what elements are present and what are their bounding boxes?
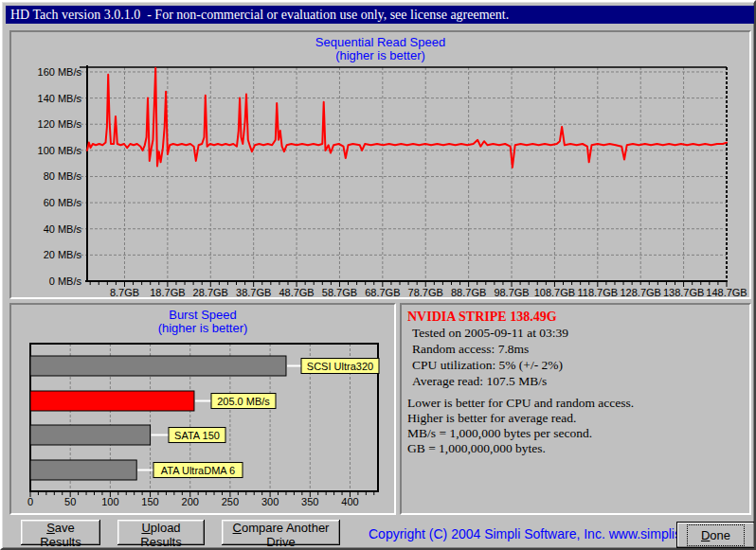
svg-text:120 MB/s: 120 MB/s [38, 118, 82, 130]
svg-text:ATA UltraDMA 6: ATA UltraDMA 6 [161, 465, 235, 476]
burst-bar [30, 391, 194, 411]
svg-text:20 MB/s: 20 MB/s [44, 249, 82, 260]
note-line: Lower is better for CPU and random acces… [407, 396, 749, 411]
svg-text:250: 250 [222, 496, 239, 507]
svg-text:350: 350 [301, 496, 318, 507]
burst-speed-panel: Burst Speed (higher is better) 050100150… [9, 303, 396, 515]
svg-text:28.7GB: 28.7GB [193, 287, 228, 297]
svg-text:50: 50 [64, 496, 76, 507]
svg-text:0: 0 [27, 496, 33, 507]
svg-text:SCSI Ultra320: SCSI Ultra320 [307, 361, 373, 372]
sequential-read-panel: Sequential Read Speed (higher is better)… [9, 30, 751, 299]
compare-another-drive-button[interactable]: Compare Another Drive [222, 520, 340, 545]
average-read-line: Average read: 107.5 MB/s [412, 373, 749, 389]
svg-text:148.7GB: 148.7GB [706, 287, 747, 297]
hdtach-window: HD Tach version 3.0.1.0 - For non-commer… [0, 0, 756, 550]
svg-text:300: 300 [261, 496, 279, 507]
read-chart-title: Sequential Read Speed [11, 36, 749, 49]
read-speed-line [87, 68, 727, 168]
svg-text:400: 400 [341, 496, 358, 507]
random-access-line: Random access: 7.8ms [412, 341, 749, 357]
svg-text:88.7GB: 88.7GB [451, 287, 486, 297]
notes-block: Lower is better for CPU and random acces… [407, 396, 749, 456]
burst-bar [30, 425, 151, 445]
tested-on-line: Tested on 2005-09-11 at 03:39 [412, 325, 749, 341]
svg-text:58.7GB: 58.7GB [322, 287, 357, 297]
burst-chart-title: Burst Speed [11, 309, 394, 322]
read-chart-subtitle: (higher is better) [11, 49, 749, 62]
svg-text:150: 150 [141, 496, 158, 507]
title-bar: HD Tach version 3.0.1.0 - For non-commer… [6, 6, 754, 24]
burst-bar [30, 460, 136, 480]
svg-text:100: 100 [101, 496, 118, 507]
svg-text:205.0 MB/s: 205.0 MB/s [217, 396, 270, 407]
upload-results-button[interactable]: Upload Results [117, 520, 205, 545]
svg-text:128.7GB: 128.7GB [621, 287, 661, 297]
svg-text:80 MB/s: 80 MB/s [44, 170, 82, 182]
done-button-label: Done [688, 525, 744, 545]
burst-chart-subtitle: (higher is better) [11, 322, 394, 335]
svg-text:0 MB/s: 0 MB/s [49, 275, 82, 287]
done-button[interactable]: Done [676, 522, 755, 548]
burst-speed-chart: 050100150200250300350400SCSI Ultra320205… [11, 339, 394, 513]
svg-text:138.7GB: 138.7GB [663, 287, 704, 297]
svg-text:SATA 150: SATA 150 [174, 430, 220, 441]
svg-text:200: 200 [182, 496, 199, 507]
svg-text:160 MB/s: 160 MB/s [38, 66, 82, 78]
svg-text:140 MB/s: 140 MB/s [38, 93, 82, 104]
cpu-utilization-line: CPU utilization: 5% (+/- 2%) [412, 357, 749, 373]
svg-text:38.7GB: 38.7GB [236, 287, 271, 297]
svg-text:18.7GB: 18.7GB [150, 287, 185, 297]
svg-text:98.7GB: 98.7GB [494, 287, 529, 297]
window-title: HD Tach version 3.0.1.0 - For non-commer… [6, 8, 509, 22]
note-line: MB/s = 1,000,000 bytes per second. [407, 426, 749, 441]
svg-text:68.7GB: 68.7GB [365, 287, 400, 297]
svg-text:40 MB/s: 40 MB/s [44, 223, 82, 235]
svg-text:100 MB/s: 100 MB/s [38, 145, 82, 156]
svg-text:8.7GB: 8.7GB [110, 287, 139, 297]
svg-text:108.7GB: 108.7GB [534, 287, 575, 297]
svg-text:48.7GB: 48.7GB [279, 287, 314, 297]
svg-text:118.7GB: 118.7GB [578, 287, 619, 297]
save-results-button[interactable]: Save Results [21, 520, 100, 545]
svg-text:60 MB/s: 60 MB/s [44, 197, 82, 208]
drive-name: NVIDIA STRIPE 138.49G [407, 309, 749, 325]
drive-info-panel: NVIDIA STRIPE 138.49G Tested on 2005-09-… [400, 303, 751, 515]
sequential-read-chart: 8.7GB18.7GB28.7GB38.7GB48.7GB58.7GB68.7G… [11, 62, 749, 297]
note-line: GB = 1,000,000,000 bytes. [407, 441, 749, 456]
burst-bar [30, 356, 286, 376]
note-line: Higher is better for average read. [407, 411, 749, 426]
svg-text:78.7GB: 78.7GB [408, 287, 443, 297]
